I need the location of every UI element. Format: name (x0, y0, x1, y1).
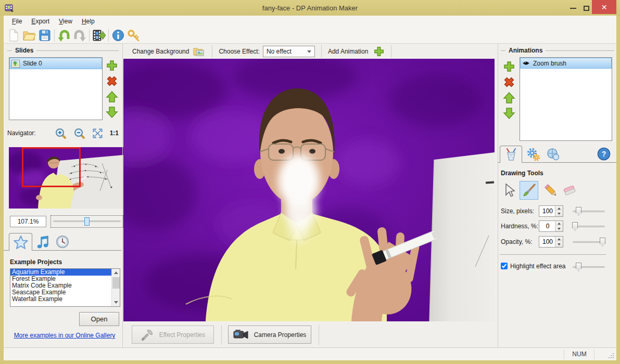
actual-size-button[interactable]: 1:1 (110, 129, 119, 137)
example-projects-scrollbar[interactable] (111, 269, 120, 306)
brush-icon (522, 183, 536, 198)
highlight-effect-area-checkbox[interactable] (501, 263, 508, 269)
online-gallery-link-row: More examples in our Online Gallery (7, 332, 122, 339)
title-bar[interactable]: fany-face - DP Animation Maker ✕ (0, 0, 620, 16)
move-slide-down-button[interactable] (106, 106, 118, 119)
zoom-value-box[interactable]: 107.1% (10, 216, 46, 227)
opacity-input[interactable] (540, 237, 555, 246)
tab-motion[interactable] (543, 146, 562, 163)
canvas-toolbar: Change Background Choose Effect: No effe… (125, 45, 497, 58)
size-decrement-button[interactable] (555, 211, 563, 216)
new-project-button[interactable] (6, 28, 21, 43)
tab-animation-settings[interactable] (524, 146, 542, 163)
hardness-slider[interactable] (571, 220, 607, 232)
delete-icon (106, 75, 118, 87)
effect-properties-button[interactable]: Effect Properties (132, 326, 214, 344)
fit-to-window-button[interactable] (92, 127, 104, 139)
zoom-out-button[interactable] (73, 127, 85, 139)
zoom-in-button[interactable] (55, 127, 67, 139)
online-gallery-link[interactable]: More examples in our Online Gallery (14, 332, 116, 339)
animation-list-item[interactable]: Zoom brush (520, 58, 612, 69)
opacity-slider-thumb[interactable] (600, 238, 605, 246)
pencil-tool-button[interactable] (541, 181, 560, 200)
toolbar-separator (54, 29, 55, 42)
delete-slide-button[interactable] (106, 75, 118, 87)
export-movie-button[interactable] (91, 28, 107, 43)
size-slider-thumb[interactable] (576, 207, 581, 216)
zoom-slider-thumb[interactable] (84, 217, 90, 226)
delete-icon (503, 76, 515, 88)
tab-drawing-tools[interactable] (500, 146, 522, 163)
open-project-button[interactable] (21, 28, 37, 43)
move-animation-down-button[interactable] (503, 107, 515, 120)
close-button[interactable]: ✕ (592, 0, 616, 14)
hardness-input[interactable] (540, 222, 555, 231)
slide-thumbnail-icon (11, 60, 20, 68)
resize-grip[interactable] (608, 352, 614, 358)
brush-tool-button[interactable] (520, 181, 538, 200)
example-projects-title: Example Projects (10, 258, 62, 266)
highlight-slider-thumb[interactable] (576, 263, 581, 271)
save-project-button[interactable] (37, 28, 53, 43)
add-animation-button[interactable]: Add Animation (328, 48, 368, 55)
menu-export[interactable]: Export (27, 17, 54, 26)
scroll-up-button[interactable] (112, 269, 120, 277)
menu-file[interactable]: File (8, 17, 26, 26)
minimize-icon (570, 8, 576, 9)
open-example-button[interactable]: Open (79, 312, 119, 326)
slide-list-item[interactable]: Slide 0 (9, 58, 102, 69)
help-button[interactable]: ? (597, 147, 611, 161)
navigator-thumbnail[interactable] (9, 147, 123, 209)
scrollbar-thumb[interactable] (112, 277, 120, 289)
opacity-increment-button[interactable] (555, 237, 563, 242)
effect-dropdown[interactable]: No effect (263, 46, 315, 57)
visibility-eye-icon[interactable] (522, 60, 530, 66)
tab-animations-library[interactable] (9, 233, 32, 251)
highlight-effect-area-label: Highlight effect area (510, 263, 566, 270)
opacity-slider[interactable] (571, 236, 607, 248)
zoom-slider[interactable] (50, 215, 123, 228)
key-icon (127, 29, 141, 42)
animations-actions (503, 60, 515, 120)
navigator-viewport-rect[interactable] (22, 147, 81, 187)
hardness-label: Hardness, %: (501, 223, 538, 230)
move-animation-up-button[interactable] (503, 92, 515, 104)
camera-properties-button[interactable]: Camera Properties (228, 326, 311, 344)
register-button[interactable] (126, 28, 142, 43)
select-tool-button[interactable] (500, 181, 518, 200)
size-input[interactable] (540, 206, 555, 216)
move-slide-up-button[interactable] (106, 90, 118, 103)
opacity-decrement-button[interactable] (555, 242, 563, 247)
delete-animation-button[interactable] (503, 76, 515, 88)
add-slide-button[interactable] (106, 59, 118, 72)
change-background-button[interactable]: Change Background (132, 48, 189, 55)
size-increment-button[interactable] (555, 206, 563, 211)
maximize-button[interactable] (579, 3, 593, 13)
choose-effect-label: Choose Effect: (219, 48, 260, 55)
tab-timing[interactable] (53, 233, 72, 251)
highlight-slider[interactable] (571, 261, 607, 273)
add-animation-plus-icon[interactable] (373, 46, 385, 57)
change-background-icon[interactable] (193, 47, 205, 57)
undo-button[interactable] (56, 28, 72, 43)
redo-button[interactable] (72, 28, 87, 43)
menu-view[interactable]: View (55, 17, 77, 26)
about-button[interactable] (110, 28, 126, 43)
drawing-tools-title: Drawing Tools (501, 170, 543, 177)
size-slider[interactable] (571, 205, 607, 217)
hardness-increment-button[interactable] (555, 221, 563, 226)
eraser-tool-button[interactable] (560, 181, 579, 200)
export-movie-icon (92, 29, 106, 42)
hardness-decrement-button[interactable] (555, 226, 563, 231)
hardness-slider-thumb[interactable] (572, 222, 578, 231)
scroll-down-button[interactable] (112, 298, 120, 306)
camera-icon (233, 329, 249, 341)
tab-music[interactable] (33, 233, 52, 251)
navigator-row: Navigator: 1:1 (7, 128, 119, 138)
menu-help[interactable]: Help (78, 17, 99, 26)
add-animation-list-button[interactable] (503, 60, 515, 73)
canvas-image[interactable] (123, 59, 495, 321)
eraser-icon (561, 183, 578, 198)
animation-label: Zoom brush (533, 60, 566, 67)
example-project-item[interactable]: Waterfall Example (10, 296, 120, 303)
